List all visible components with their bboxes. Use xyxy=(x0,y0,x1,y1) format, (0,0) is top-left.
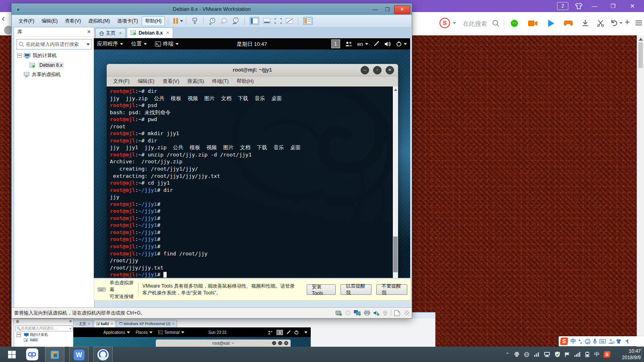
menu-vm[interactable]: 虚拟机(M) xyxy=(85,16,114,26)
harddisk-icon[interactable] xyxy=(335,310,342,316)
menu-help[interactable]: 帮助(H) xyxy=(142,16,165,26)
users-icon[interactable] xyxy=(345,41,352,46)
tray-browser-icon[interactable] xyxy=(524,352,529,357)
install-tools-button[interactable]: 安装 Tools xyxy=(307,284,336,295)
taskbar-vmware[interactable] xyxy=(45,347,64,362)
sogou-logo[interactable]: S xyxy=(440,18,456,28)
library-toggle-icon[interactable] xyxy=(303,17,313,25)
ctrl-alt-del-icon[interactable] xyxy=(191,17,198,25)
browser-close-button[interactable]: ✕ xyxy=(626,2,638,10)
taskbar-wps[interactable]: W xyxy=(69,347,89,362)
menu-edit[interactable]: 编辑(E) xyxy=(38,16,61,26)
manage-snapshots-icon[interactable] xyxy=(232,17,239,25)
sound-icon[interactable] xyxy=(373,310,380,316)
library-search-box[interactable]: 在此处键入内容进行搜索 xyxy=(17,39,92,49)
bg-workspace-indicator[interactable]: 1 xyxy=(277,330,283,335)
taskbar-qq-browser[interactable] xyxy=(93,347,113,362)
terminal-scrollbar-thumb[interactable] xyxy=(393,237,398,272)
screenshot-scissors-icon[interactable] xyxy=(597,19,605,27)
terminal-maximize-button[interactable]: ▫ xyxy=(373,66,382,74)
resize-grip[interactable] xyxy=(405,311,409,315)
bg-places-menu[interactable]: Places xyxy=(136,330,148,335)
tab-debian[interactable]: Debian 8.x✕ xyxy=(127,27,173,38)
sogou-ime-bar[interactable]: S 中 25 xyxy=(559,336,644,346)
terminal-scrollbar[interactable] xyxy=(393,86,398,278)
ime-mode-chinese[interactable]: 中 xyxy=(570,338,576,345)
tab-close-icon[interactable]: ✕ xyxy=(166,31,169,35)
term-menu-view[interactable]: 查看(V) xyxy=(159,78,184,85)
vm-desktop[interactable]: root@mjl: ~/jjy1 – ▫ ✕ 文件(F) 编辑(E) 查看(V)… xyxy=(94,49,410,278)
terminal-body[interactable]: root@mjl:~# dirjjy jjy.zip 公共 模板 视频 图片 文… xyxy=(107,86,398,278)
tab-home[interactable]: 主页✕ xyxy=(95,28,126,38)
never-remind-button[interactable]: 不要提醒我 xyxy=(376,284,407,295)
bg-tab-home[interactable]: ⌂ 主页✕ xyxy=(73,320,93,327)
terminal-titlebar[interactable]: root@mjl: ~/jjy1 – ▫ ✕ xyxy=(107,64,398,76)
keyboard-layout[interactable]: en xyxy=(357,41,368,47)
printer-icon[interactable] xyxy=(364,310,370,316)
taskbar-baidu-netdisk[interactable] xyxy=(23,347,41,362)
vm-screen[interactable]: 应用程序 位置 终端 星期日 10:47 1 en xyxy=(94,38,410,278)
tray-sogou-icon[interactable]: S xyxy=(603,351,611,358)
scrollbar-thumb[interactable] xyxy=(638,42,643,68)
add-icon[interactable]: + xyxy=(625,17,630,27)
pen-icon[interactable] xyxy=(374,41,379,47)
search-input[interactable]: 在此搜索 xyxy=(463,20,487,28)
minimize-button[interactable]: — xyxy=(370,6,380,14)
bg-power-icon[interactable] xyxy=(294,330,299,335)
library-close-icon[interactable]: ✕ xyxy=(87,29,91,35)
bg-tab-winxp[interactable]: 🗔 Windows XP Professional (2)✕ xyxy=(116,320,177,327)
tray-chart-icon[interactable] xyxy=(534,352,539,357)
cdrom-icon[interactable] xyxy=(345,310,351,316)
browser-page-scrollbar[interactable] xyxy=(637,35,644,347)
terminal-minimize-button[interactable]: – xyxy=(361,66,369,74)
terminal-window[interactable]: root@mjl: ~/jjy1 – ▫ ✕ 文件(F) 编辑(E) 查看(V)… xyxy=(107,64,398,278)
bg-clock[interactable]: Sun 23:31 xyxy=(208,330,227,335)
tray-flag-icon[interactable] xyxy=(565,352,570,357)
bg-pen-icon[interactable] xyxy=(287,330,291,334)
search-icon[interactable] xyxy=(492,19,500,27)
tab-close-icon[interactable]: ✕ xyxy=(119,31,122,35)
play-video-icon[interactable] xyxy=(547,19,555,27)
webcam-icon[interactable] xyxy=(382,310,388,316)
ime-emoji-icon[interactable] xyxy=(585,339,590,344)
tray-ime-mode[interactable]: 中 xyxy=(594,351,599,358)
bg-terminal-titlebar[interactable]: root@kali: ~ –▫✕ xyxy=(156,339,291,347)
bg-library-close-icon[interactable]: ✕ xyxy=(69,319,72,325)
ime-punctuation-icon[interactable] xyxy=(578,339,582,344)
console-view-icon[interactable] xyxy=(250,17,259,25)
term-menu-file[interactable]: 文件(F) xyxy=(109,78,134,85)
menu-tabs[interactable]: 选项卡(T) xyxy=(114,16,141,26)
close-button[interactable]: ✕ xyxy=(394,5,410,14)
take-snapshot-icon[interactable] xyxy=(208,17,216,25)
menu-view[interactable]: 查看(V) xyxy=(61,16,85,26)
tray-pc-icon[interactable] xyxy=(544,352,550,357)
bg-terminal-menu[interactable]: Terminal xyxy=(164,330,180,335)
taskbar-clock[interactable]: 10:47 2018/9/9 xyxy=(612,348,641,361)
tray-security-check-icon[interactable] xyxy=(555,352,560,357)
tree-shared-vms[interactable]: 共享的虚拟机 xyxy=(17,71,94,78)
tree-my-computer[interactable]: 我的计算机 xyxy=(17,52,94,59)
back-icon[interactable]: ‹ xyxy=(2,13,5,24)
tray-battery-icon[interactable] xyxy=(585,352,590,357)
tree-vm-debian[interactable]: Debian 8.x xyxy=(17,62,94,68)
remind-later-button[interactable]: 以后提醒我 xyxy=(341,284,372,295)
ime-voice-icon[interactable] xyxy=(593,339,597,344)
menu-icon[interactable] xyxy=(635,20,642,26)
unity-view-icon[interactable] xyxy=(263,18,270,24)
ime-account-icon[interactable]: 25 xyxy=(608,339,613,344)
browser-tab-count-badge[interactable]: 2 xyxy=(557,2,568,10)
terminal-close-button[interactable]: ✕ xyxy=(386,66,394,74)
sogou-ime-logo[interactable]: S xyxy=(560,337,568,345)
maximize-button[interactable]: ❒ xyxy=(382,6,392,14)
network-icon[interactable] xyxy=(354,310,361,316)
browser-minimize-button[interactable]: — xyxy=(588,2,601,10)
games-icon[interactable] xyxy=(564,20,573,27)
power-menu[interactable] xyxy=(396,41,407,47)
bg-library-search[interactable]: 🔍在此处键入内容进行...▾ xyxy=(15,325,72,331)
tray-network-signal-icon[interactable] xyxy=(574,352,580,357)
term-menu-terminal[interactable]: 终端(T) xyxy=(208,78,233,85)
browser-restore-button[interactable]: ❐ xyxy=(607,2,619,10)
fullscreen-icon[interactable] xyxy=(275,18,282,24)
ime-skin-icon[interactable] xyxy=(616,339,621,344)
revert-snapshot-icon[interactable] xyxy=(220,17,228,25)
